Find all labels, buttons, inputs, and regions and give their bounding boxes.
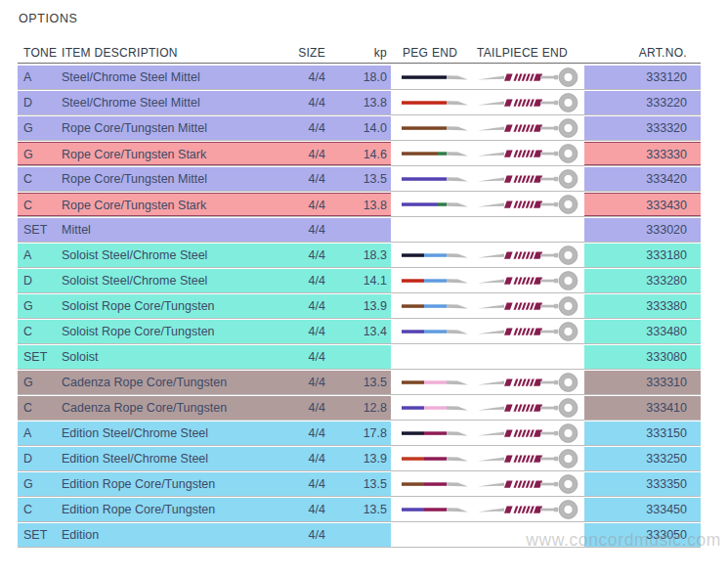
tone-cell: A — [23, 66, 31, 89]
row-left-band: C Cadenza Rope Core/Tungsten 4/4 12.8 — [18, 396, 391, 420]
header-size: SIZE — [257, 45, 325, 61]
row-left-band: C Edition Rope Core/Tungsten 4/4 13.5 — [18, 498, 391, 521]
tailpiece-end-string-icon — [475, 396, 586, 420]
item-description-cell: Mittel — [62, 218, 91, 242]
table-row: G Cadenza Rope Core/Tungsten 4/4 13.5 33… — [18, 371, 701, 396]
peg-end-string-icon — [396, 345, 478, 369]
row-left-band: D Steel/Chrome Steel Mittel 4/4 13.8 — [18, 91, 391, 114]
kp-cell: 17.8 — [328, 422, 387, 445]
row-art-band: 333280 — [584, 269, 701, 292]
art-no-cell: 333350 — [584, 472, 687, 496]
row-left-band: SET Mittel 4/4 — [18, 218, 391, 242]
size-cell: 4/4 — [257, 167, 325, 191]
table-row: A Edition Steel/Chrome Steel 4/4 17.8 33… — [18, 422, 701, 447]
kp-cell: 13.5 — [328, 472, 387, 496]
kp-cell: 13.8 — [328, 91, 387, 114]
peg-end-string-icon — [396, 116, 478, 140]
peg-end-string-icon — [396, 498, 478, 521]
row-art-band: 333250 — [584, 447, 701, 470]
table-row: D Edition Steel/Chrome Steel 4/4 13.9 33… — [18, 447, 701, 472]
art-no-cell: 333020 — [584, 218, 687, 242]
art-no-cell: 333420 — [584, 167, 687, 191]
size-cell: 4/4 — [257, 498, 325, 521]
table-row: A Soloist Steel/Chrome Steel 4/4 18.3 33… — [18, 244, 701, 269]
table-body: A Steel/Chrome Steel Mittel 4/4 18.0 333… — [18, 66, 701, 549]
row-art-band: 333020 — [584, 218, 701, 242]
row-left-band: A Edition Steel/Chrome Steel 4/4 17.8 — [18, 422, 391, 445]
row-art-band: 333080 — [584, 345, 701, 369]
item-description-cell: Edition Rope Core/Tungsten — [62, 498, 215, 521]
table-header-row: TONE ITEM DESCRIPTION SIZE kp PEG END TA… — [18, 45, 701, 64]
item-description-cell: Soloist — [62, 345, 99, 369]
tailpiece-end-string-icon — [475, 142, 586, 165]
row-left-band: C Rope Core/Tungsten Mittel 4/4 13.5 — [18, 167, 391, 191]
row-left-band: A Soloist Steel/Chrome Steel 4/4 18.3 — [18, 244, 391, 267]
art-no-cell: 333220 — [584, 91, 687, 114]
kp-cell: 14.0 — [328, 116, 387, 140]
tone-cell: G — [23, 294, 33, 318]
item-description-cell: Steel/Chrome Steel Mittel — [62, 91, 200, 114]
tone-cell: D — [23, 91, 32, 114]
item-description-cell: Edition Steel/Chrome Steel — [62, 422, 208, 445]
tailpiece-end-string-icon — [475, 91, 586, 114]
kp-cell: 13.5 — [328, 498, 387, 521]
table-row: A Steel/Chrome Steel Mittel 4/4 18.0 333… — [18, 66, 701, 91]
row-art-band: 333350 — [584, 472, 701, 496]
row-left-band: D Edition Steel/Chrome Steel 4/4 13.9 — [18, 447, 391, 470]
row-art-band: 333120 — [584, 66, 701, 89]
peg-end-string-icon — [396, 66, 478, 89]
row-left-band: G Soloist Rope Core/Tungsten 4/4 13.9 — [18, 294, 391, 318]
peg-end-string-icon — [396, 142, 478, 165]
watermark-text: www.concordmusic.com — [526, 530, 721, 551]
table-row: C Edition Rope Core/Tungsten 4/4 13.5 33… — [18, 498, 701, 523]
tailpiece-end-string-icon — [475, 320, 586, 343]
size-cell: 4/4 — [257, 244, 325, 267]
item-description-cell: Rope Core/Tungsten Mittel — [62, 167, 207, 191]
tone-cell: G — [23, 116, 33, 140]
row-art-band: 333450 — [584, 498, 701, 521]
item-description-cell: Rope Core/Tungsten Stark — [62, 194, 206, 217]
art-no-cell: 333080 — [584, 345, 687, 369]
item-description-cell: Soloist Rope Core/Tungsten — [62, 320, 215, 343]
item-description-cell: Rope Core/Tungsten Mittel — [62, 116, 207, 140]
kp-cell: 13.4 — [328, 320, 387, 343]
kp-cell: 18.3 — [328, 244, 387, 267]
peg-end-string-icon — [396, 396, 478, 420]
table-row: G Edition Rope Core/Tungsten 4/4 13.5 33… — [18, 472, 701, 498]
row-left-band: G Edition Rope Core/Tungsten 4/4 13.5 — [18, 472, 391, 496]
tailpiece-end-string-icon — [475, 269, 586, 292]
size-cell: 4/4 — [257, 523, 325, 547]
tailpiece-end-string-icon — [475, 294, 586, 318]
kp-cell: 14.1 — [328, 269, 387, 292]
tailpiece-end-string-icon — [475, 218, 586, 242]
peg-end-string-icon — [396, 294, 478, 318]
item-description-cell: Rope Core/Tungsten Stark — [62, 143, 206, 166]
kp-cell — [328, 218, 387, 242]
item-description-cell: Edition Steel/Chrome Steel — [62, 447, 208, 470]
peg-end-string-icon — [396, 269, 478, 292]
item-description-cell: Soloist Steel/Chrome Steel — [62, 269, 207, 292]
art-no-cell: 333150 — [584, 422, 687, 445]
peg-end-string-icon — [396, 320, 478, 343]
size-cell: 4/4 — [257, 294, 325, 318]
tone-cell: C — [23, 498, 32, 521]
header-art-no: ART.NO. — [565, 45, 687, 61]
peg-end-string-icon — [396, 91, 478, 114]
row-art-band: 333180 — [584, 244, 701, 267]
art-no-cell: 333380 — [584, 294, 687, 318]
row-left-band: SET Soloist 4/4 — [18, 345, 391, 369]
tone-cell: C — [23, 167, 32, 191]
size-cell: 4/4 — [257, 320, 325, 343]
tailpiece-end-string-icon — [475, 345, 586, 369]
tone-cell: SET — [23, 218, 47, 242]
tailpiece-end-string-icon — [475, 193, 586, 216]
tailpiece-end-string-icon — [475, 498, 586, 521]
art-no-cell: 333250 — [584, 447, 687, 470]
row-art-band: 333480 — [584, 320, 701, 343]
item-description-cell: Edition Rope Core/Tungsten — [62, 472, 215, 496]
tone-cell: SET — [23, 523, 47, 547]
table-row: G Rope Core/Tungsten Stark 4/4 14.6 3333… — [18, 142, 701, 167]
header-item-description: ITEM DESCRIPTION — [62, 45, 178, 61]
row-art-band: 333150 — [584, 422, 701, 445]
tone-cell: A — [23, 422, 31, 445]
